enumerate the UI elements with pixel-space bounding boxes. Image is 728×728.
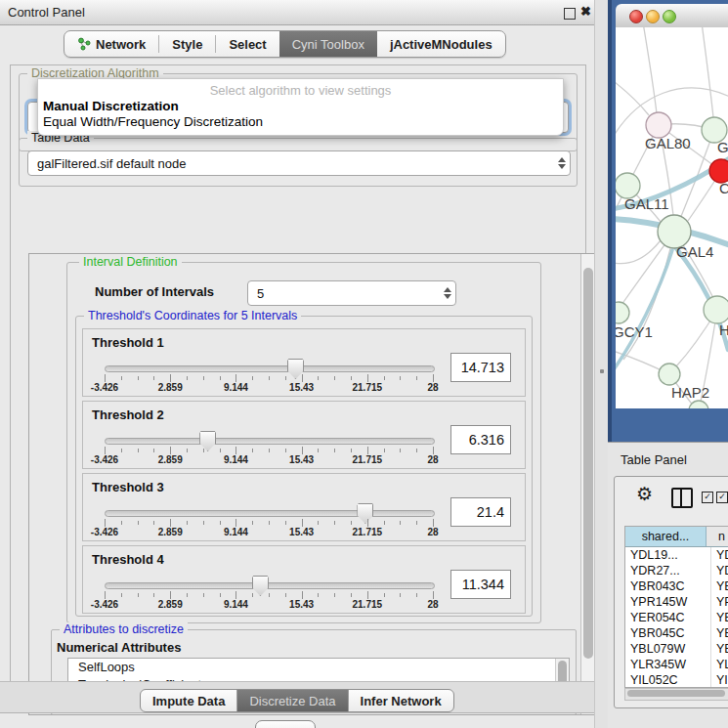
shared-name-cell[interactable]: YBR043C: [625, 578, 711, 594]
table-horizontal-scrollbar[interactable]: [624, 688, 728, 701]
table-row[interactable]: YDL19...YDL1: [625, 547, 728, 563]
tick-mark: [203, 376, 204, 380]
table-row[interactable]: YBL079WYBL0: [625, 641, 728, 657]
table-row[interactable]: YBR045CYBR0: [625, 625, 728, 641]
float-window-icon[interactable]: [564, 8, 576, 20]
tab-discretize-data[interactable]: Discretize Data: [237, 690, 348, 711]
checkbox-icon[interactable]: ✓: [702, 492, 713, 503]
shared-name-cell[interactable]: YDR27...: [625, 563, 711, 578]
tick-mark: [105, 374, 106, 382]
scrollbar-thumb[interactable]: [627, 690, 725, 697]
slider-ticks: [105, 519, 433, 527]
name-cell[interactable]: YBL0: [711, 641, 728, 657]
tick-mark: [138, 521, 139, 525]
threshold-value-field[interactable]: 6.316: [450, 425, 511, 454]
zoom-traffic-light-icon[interactable]: [663, 10, 676, 23]
name-cell[interactable]: YDL1: [711, 547, 728, 563]
tick-mark: [269, 521, 270, 525]
tab-select[interactable]: Select: [216, 31, 278, 57]
tick-mark: [285, 449, 286, 452]
node-label: GAL4: [676, 243, 713, 260]
split-columns-icon[interactable]: [671, 488, 693, 508]
spinner-arrows-icon[interactable]: [554, 157, 570, 169]
tab-cyni-toolbox[interactable]: Cyni Toolbox: [279, 31, 377, 57]
threshold-value-field[interactable]: 21.4: [450, 497, 511, 527]
close-icon[interactable]: ✖: [580, 4, 591, 19]
shared-name-cell[interactable]: YLR345W: [625, 657, 711, 672]
minimize-traffic-light-icon[interactable]: [646, 10, 660, 23]
network-node[interactable]: [659, 364, 680, 385]
shared-name-cell[interactable]: YBL079W: [625, 641, 711, 657]
table-row[interactable]: YPR145WYPR1: [625, 594, 728, 610]
number-of-intervals-combobox[interactable]: 5: [247, 280, 456, 306]
tick-mark: [367, 519, 368, 527]
threshold-value-field[interactable]: 14.713: [450, 353, 511, 382]
scale-label: 15.43: [289, 454, 314, 465]
tab-jactivemnodules[interactable]: jActiveMNodules: [377, 31, 505, 57]
network-node[interactable]: [689, 401, 708, 408]
shared-name-cell[interactable]: YER054C: [625, 610, 711, 625]
cyni-toolbox-panel: Discretization Algorithm Manual Discreti…: [10, 64, 586, 683]
name-cell[interactable]: YER0: [711, 610, 728, 625]
table-row[interactable]: YIL052CYIL0: [625, 672, 728, 688]
tick-mark: [400, 593, 401, 597]
node-label: GCY1: [616, 323, 653, 340]
table-row[interactable]: YDR27...YDR2: [625, 563, 728, 578]
tab-discretize-data-label: Discretize Data: [249, 694, 335, 708]
tick-mark: [220, 376, 221, 380]
shared-name-cell[interactable]: YPR145W: [625, 594, 711, 610]
tick-mark: [269, 449, 270, 452]
tick-mark: [187, 521, 188, 525]
threshold-value-field[interactable]: 11.344: [450, 570, 511, 599]
network-window-titlebar[interactable]: [616, 4, 728, 28]
shared-name-cell[interactable]: YBR045C: [625, 625, 711, 641]
name-cell[interactable]: YLR3: [711, 657, 728, 672]
shared-name-cell[interactable]: YIL052C: [625, 672, 711, 688]
tab-network[interactable]: Network: [64, 31, 158, 57]
table-row[interactable]: YLR345WYLR3: [625, 657, 728, 672]
name-cell[interactable]: YBR0: [711, 578, 728, 594]
divider-grip[interactable]: [600, 369, 604, 373]
network-canvas[interactable]: GAL80GACGAL11GAL4GCY1HHAP2: [616, 27, 728, 408]
table-data-combobox[interactable]: galFiltered.sif default node: [27, 150, 571, 176]
column-header-shared-name[interactable]: shared...: [625, 527, 707, 546]
name-cell[interactable]: YDR2: [711, 563, 728, 578]
tick-mark: [236, 374, 236, 382]
tick-mark: [220, 521, 221, 525]
column-header-name[interactable]: n: [707, 527, 728, 546]
network-node[interactable]: [616, 302, 629, 323]
tab-cyni-toolbox-label: Cyni Toolbox: [292, 37, 364, 52]
threshold-slider[interactable]: [105, 510, 435, 517]
panel-divider[interactable]: [594, 0, 609, 728]
tick-mark: [252, 449, 253, 452]
tab-infer-network[interactable]: Infer Network: [349, 690, 453, 711]
name-cell[interactable]: YIL0: [711, 672, 728, 688]
checkbox-icon[interactable]: ✓: [716, 492, 728, 503]
algorithm-option-equal-width[interactable]: Equal Width/Frequency Discretization: [38, 113, 563, 129]
threshold-slider[interactable]: [105, 365, 435, 372]
threshold-slider[interactable]: [105, 582, 435, 589]
scrollbar-thumb[interactable]: [583, 268, 593, 659]
table-row[interactable]: YBR043CYBR0: [625, 578, 728, 594]
close-traffic-light-icon[interactable]: [629, 10, 643, 23]
name-cell[interactable]: YPR1: [711, 594, 728, 610]
gear-icon[interactable]: ⚙: [636, 483, 653, 505]
shared-name-cell[interactable]: YDL19...: [625, 547, 711, 563]
network-node[interactable]: [704, 296, 728, 323]
tab-style[interactable]: Style: [159, 31, 215, 57]
attribute-list-item[interactable]: SelfLoops: [68, 659, 569, 676]
threshold-slider[interactable]: [105, 438, 435, 445]
spinner-arrows-icon[interactable]: [440, 287, 455, 299]
name-cell[interactable]: YBR0: [711, 625, 728, 641]
scale-label: 9.144: [224, 382, 248, 393]
tab-impute-data[interactable]: Impute Data: [141, 690, 237, 711]
tick-mark: [416, 593, 417, 597]
tick-mark: [318, 593, 319, 597]
scale-label: 2.859: [158, 454, 183, 465]
apply-button[interactable]: Apply: [255, 720, 316, 728]
algorithm-option-manual[interactable]: Manual Discretization: [38, 98, 563, 113]
node-label: GAL11: [624, 195, 669, 212]
table-row[interactable]: YER054CYER0: [625, 610, 728, 625]
tick-mark: [334, 521, 335, 525]
tick-mark: [334, 449, 335, 452]
